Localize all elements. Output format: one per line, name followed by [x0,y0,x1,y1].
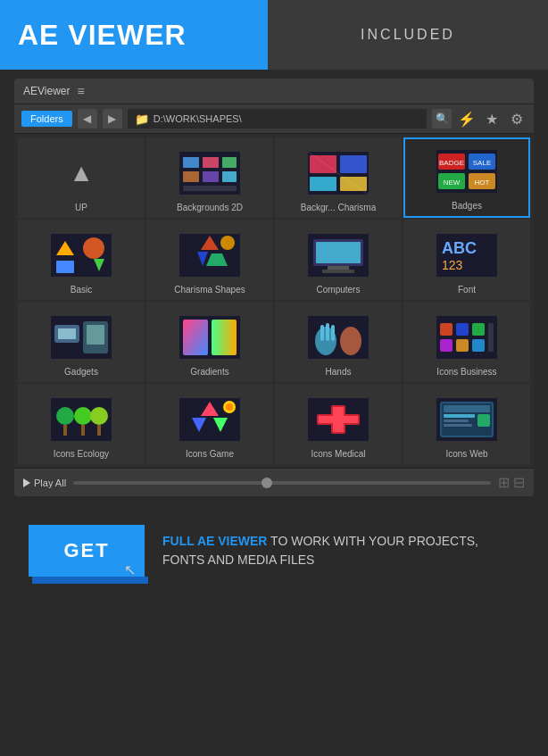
svg-rect-35 [316,242,361,263]
svg-point-65 [74,407,92,425]
grid-item-charismashapes[interactable]: Charisma Shapes [146,220,273,300]
thumb-svg-backgrcharisma [308,152,369,195]
slider-thumb [262,478,272,488]
grid-item-iconsbusiness[interactable]: Icons Business [403,302,530,382]
thumb-svg-iconsmedical [308,398,369,441]
svg-text:ABC: ABC [442,239,477,257]
grid-item-label-computers: Computers [317,285,361,295]
grid-item-label-charismashapes: Charisma Shapes [174,285,245,295]
thumb-charismashapes [179,233,241,278]
app-title: AE VIEWER [18,19,187,52]
back-button[interactable]: ◀ [78,109,97,129]
grid-item-label-gadgets: Gadgets [64,367,98,377]
lightning-icon[interactable]: ⚡ [457,109,477,129]
grid-item-label-iconsgame: Icons Game [186,449,234,459]
thumb-basic [50,233,112,278]
grid-item-computers[interactable]: Computers [275,220,402,300]
svg-rect-88 [477,414,490,427]
thumb-svg-iconsbusiness [436,316,497,359]
grid-item-label-backgrcharisma: Backgr... Charisma [301,203,376,212]
svg-rect-59 [440,339,453,352]
thumb-svg-basic [51,234,112,277]
play-bar: Play All ⊞ ⊟ [14,468,534,496]
svg-rect-4 [183,171,199,182]
up-arrow-icon: ▲ [69,159,94,187]
thumb-iconsweb [436,397,498,442]
svg-rect-84 [444,405,490,412]
bottom-description: FULL AE VIEWER TO WORK WITH YOUR PROJECT… [162,532,519,569]
svg-point-51 [340,327,361,355]
grid-item-label-iconsbusiness: Icons Business [436,367,496,377]
grid-item-label-iconsmedical: Icons Medical [311,449,365,459]
grid-item-up[interactable]: ▲ UP [18,137,145,218]
svg-rect-36 [328,266,349,270]
thumb-gradients [179,315,241,360]
thumb-svg-iconsecology [51,398,112,441]
file-grid: ▲ UP Backgrounds 2D [14,134,534,468]
thumb-iconsbusiness [436,315,498,360]
grid-small-icon[interactable]: ⊞ [498,474,510,491]
thumb-svg-backgrounds2d [179,152,240,195]
path-text: D:\WORK\SHAPES\ [154,113,242,124]
grid-item-font[interactable]: ABC 123 Font [403,220,530,300]
svg-text:123: 123 [442,258,463,272]
svg-point-32 [220,236,235,250]
grid-item-gadgets[interactable]: Gadgets [18,302,145,382]
forward-button[interactable]: ▶ [103,109,122,129]
grid-item-badges[interactable]: BADGE SALE NEW HOT Badges [403,137,530,218]
grid-item-backgrcharisma[interactable]: Backgr... Charisma [275,137,402,218]
panel-menu-icon[interactable]: ≡ [77,84,84,98]
grid-item-basic[interactable]: Basic [18,220,145,300]
grid-item-label-hands: Hands [326,367,352,377]
grid-item-iconsgame[interactable]: Icons Game [146,384,273,464]
grid-item-iconsecology[interactable]: Icons Ecology [18,384,145,464]
svg-rect-47 [183,320,208,355]
play-all-button[interactable]: Play All [23,478,66,488]
grid-item-iconsweb[interactable]: Icons Web [403,384,530,464]
grid-item-label-iconsweb: Icons Web [445,449,487,459]
view-icons: ⊞ ⊟ [498,474,525,491]
thumb-svg-computers [308,234,369,277]
thumb-svg-gadgets [51,316,112,359]
thumb-svg-gradients [179,316,240,359]
svg-rect-48 [212,320,237,355]
svg-rect-87 [444,424,472,427]
grid-large-icon[interactable]: ⊟ [513,474,525,491]
thumb-hands [307,315,369,360]
grid-item-hands[interactable]: Hands [275,302,402,382]
grid-item-iconsmedical[interactable]: Icons Medical [275,384,402,464]
svg-point-66 [90,407,108,425]
svg-point-64 [56,407,74,425]
svg-rect-7 [183,186,237,191]
play-icon [23,478,30,487]
thumb-font: ABC 123 [436,233,498,278]
folders-button[interactable]: Folders [21,111,72,127]
grid-item-backgrounds2d[interactable]: Backgrounds 2D [146,137,273,218]
svg-rect-60 [456,339,469,352]
svg-rect-10 [340,155,367,173]
settings-icon[interactable]: ⚙ [507,109,527,129]
grid-item-gradients[interactable]: Gradients [146,302,273,382]
svg-rect-2 [203,157,219,168]
svg-rect-58 [472,323,485,336]
svg-rect-6 [222,171,237,182]
playback-slider[interactable] [73,481,491,485]
svg-point-75 [226,403,233,411]
svg-rect-86 [444,420,469,422]
svg-rect-61 [472,339,485,352]
svg-rect-45 [87,325,104,345]
description-highlight: FULL AE VIEWER [162,534,267,548]
grid-item-label-badges: Badges [452,201,482,211]
folder-icon: 📁 [135,112,149,126]
thumb-backgrcharisma [307,151,369,195]
title-area: AE VIEWER [0,0,268,70]
up-thumb: ▲ [50,151,112,195]
svg-rect-26 [56,261,74,273]
star-icon[interactable]: ★ [482,109,502,129]
svg-point-25 [83,237,104,259]
svg-rect-54 [331,325,335,341]
grid-item-label-backgrounds2d: Backgrounds 2D [177,203,243,212]
svg-rect-68 [81,425,85,436]
thumb-svg-iconsgame [179,398,240,441]
search-button[interactable]: 🔍 [432,109,452,129]
